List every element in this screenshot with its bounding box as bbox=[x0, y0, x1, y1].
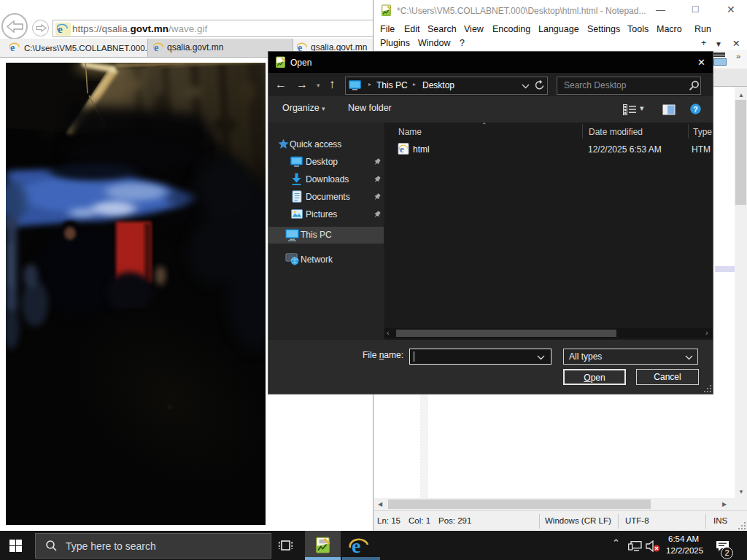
svg-text:e: e bbox=[352, 535, 360, 556]
svg-text:?: ? bbox=[693, 105, 697, 114]
